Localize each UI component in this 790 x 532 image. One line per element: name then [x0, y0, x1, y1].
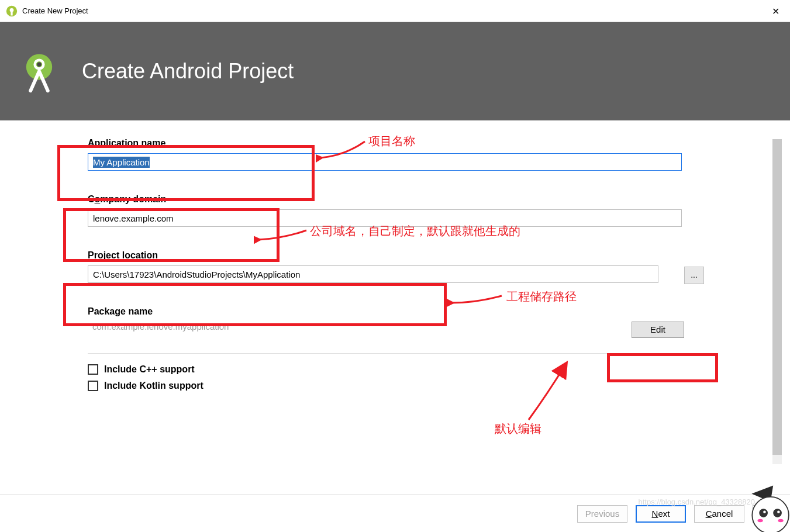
kotlin-row: Include Kotlin support [88, 381, 682, 391]
page-title: Create Android Project [82, 59, 294, 84]
previous-button: Previous [577, 505, 627, 523]
cpp-checkbox[interactable] [88, 364, 98, 375]
svg-point-10 [777, 510, 780, 513]
domain-input[interactable] [88, 209, 682, 227]
cpp-row: Include C++ support [88, 364, 682, 375]
location-label: Project location [88, 250, 682, 261]
app-icon [6, 5, 18, 17]
svg-point-11 [758, 519, 763, 523]
svg-point-1 [10, 8, 14, 12]
divider [88, 353, 682, 354]
svg-point-6 [752, 497, 789, 532]
browse-button[interactable]: ... [684, 267, 704, 284]
appname-input[interactable]: My Application [88, 153, 682, 171]
kotlin-checkbox[interactable] [88, 381, 98, 391]
location-input[interactable] [88, 265, 658, 283]
svg-point-8 [773, 509, 782, 517]
kotlin-label: Include Kotlin support [104, 381, 203, 391]
scrollbar-thumb[interactable] [772, 139, 782, 455]
cpp-label: Include C++ support [104, 364, 195, 375]
svg-point-7 [759, 509, 768, 517]
appname-group: Application name My Application [88, 138, 756, 171]
svg-point-5 [37, 62, 41, 66]
svg-point-12 [778, 519, 783, 523]
titlebar: Create New Project ✕ [0, 0, 790, 22]
banner: Create Android Project [0, 22, 790, 120]
next-button[interactable]: Next [636, 505, 686, 523]
mascot-icon [741, 483, 790, 532]
window-title: Create New Project [22, 6, 88, 15]
watermark: https://blog.csdn.net/qq_43328820 [639, 498, 755, 506]
svg-rect-2 [11, 11, 12, 15]
form-area: Application name My Application Company … [0, 120, 790, 471]
cancel-button[interactable]: Cancel [694, 505, 744, 523]
domain-group: Company domain [88, 194, 756, 227]
android-studio-icon [18, 50, 61, 93]
svg-point-9 [763, 510, 766, 513]
svg-point-3 [26, 54, 52, 80]
close-icon[interactable]: ✕ [772, 6, 779, 17]
pkg-value: com.example.lenove.myapplication [88, 322, 682, 331]
pkg-label: Package name [88, 306, 682, 317]
pkg-group: Package name com.example.lenove.myapplic… [88, 306, 682, 391]
domain-label: Company domain [88, 194, 756, 205]
location-group: Project location ... [88, 250, 682, 283]
edit-button[interactable]: Edit [632, 322, 684, 338]
appname-label: Application name [88, 138, 756, 148]
